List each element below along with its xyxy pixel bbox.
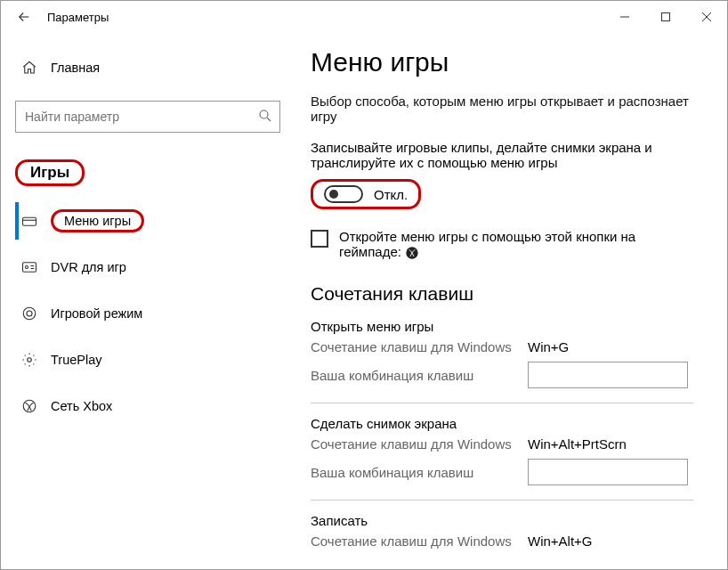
category-header: Игры [15, 159, 280, 186]
svg-point-12 [23, 307, 36, 320]
nav-home-label: Главная [51, 61, 100, 75]
trueplay-icon [20, 351, 38, 369]
sidebar-item-label: Меню игры [64, 214, 131, 228]
record-toggle[interactable] [324, 185, 363, 203]
sidebar-item-label: Сеть Xbox [51, 399, 112, 413]
sidebar-item-label: TruePlay [51, 353, 101, 367]
sidebar-item-label: Игровой режим [51, 306, 142, 321]
home-icon [20, 59, 38, 77]
window-title: Параметры [47, 11, 109, 24]
shortcut-value: Win+Alt+PrtScrn [528, 436, 627, 452]
search-input[interactable] [15, 101, 280, 133]
shortcut-group-open: Открыть меню игры Сочетание клавиш для W… [311, 319, 706, 388]
svg-rect-1 [662, 13, 670, 21]
divider [311, 500, 693, 501]
shortcut-input-open[interactable] [528, 362, 688, 388]
search-box[interactable] [15, 101, 280, 133]
svg-rect-8 [23, 263, 36, 273]
dvr-icon [20, 258, 38, 276]
sidebar-item-game-bar[interactable]: Меню игры [15, 202, 280, 240]
minimize-button[interactable] [604, 3, 645, 31]
svg-line-5 [267, 118, 271, 121]
shortcut-input-screenshot[interactable] [528, 459, 688, 485]
nav-home[interactable]: Главная [15, 49, 280, 86]
gamepad-open-label: Откройте меню игры с помощью этой кнопки… [339, 229, 693, 260]
gamepad-open-checkbox[interactable] [311, 230, 328, 248]
back-button[interactable] [10, 3, 38, 31]
shortcut-group-record: Записать Сочетание клавиш для WindowsWin… [311, 513, 706, 549]
shortcut-value: Win+G [528, 339, 569, 354]
page-description: Выбор способа, которым меню игры открыва… [311, 94, 693, 124]
game-mode-icon [20, 305, 38, 322]
svg-point-4 [260, 110, 268, 118]
xbox-button-icon [405, 246, 419, 260]
divider [311, 403, 693, 403]
titlebar: Параметры [1, 1, 727, 33]
sidebar-item-game-dvr[interactable]: DVR для игр [15, 248, 280, 286]
search-icon [257, 108, 273, 127]
xbox-icon [20, 397, 38, 415]
page-title: Меню игры [311, 47, 706, 77]
svg-point-13 [27, 311, 32, 316]
maximize-button[interactable] [645, 3, 686, 31]
svg-rect-6 [23, 217, 36, 225]
svg-point-14 [28, 358, 32, 362]
sidebar-item-label: DVR для игр [51, 260, 126, 274]
toggle-state-label: Откл. [374, 187, 408, 202]
svg-point-9 [26, 266, 28, 269]
sidebar-item-game-mode[interactable]: Игровой режим [15, 295, 280, 332]
sidebar-item-trueplay[interactable]: TruePlay [15, 341, 280, 379]
shortcut-value: Win+Alt+G [528, 533, 593, 549]
close-button[interactable] [686, 3, 727, 31]
sidebar-item-xbox-networking[interactable]: Сеть Xbox [15, 387, 280, 425]
content-pane: Меню игры Выбор способа, которым меню иг… [295, 33, 727, 570]
sidebar: Главная Игры Меню игры DVR для игр Игров… [1, 33, 295, 570]
shortcuts-heading: Сочетания клавиш [311, 283, 706, 305]
shortcut-group-screenshot: Сделать снимок экрана Сочетание клавиш д… [311, 416, 706, 485]
record-setting-label: Записывайте игровые клипы, делайте снимк… [311, 140, 693, 170]
game-bar-icon [20, 212, 38, 230]
